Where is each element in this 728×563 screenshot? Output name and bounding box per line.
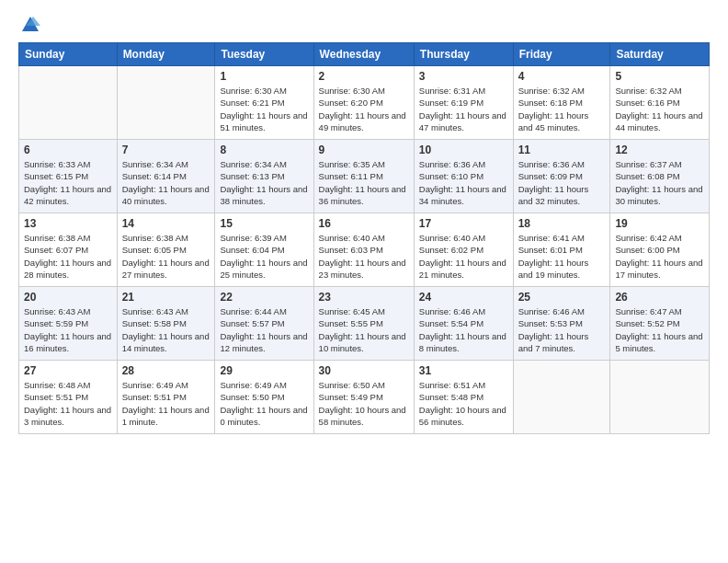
- cell-info: Sunrise: 6:35 AM Sunset: 6:11 PM Dayligh…: [319, 158, 409, 207]
- cell-info: Sunrise: 6:43 AM Sunset: 5:59 PM Dayligh…: [24, 305, 112, 354]
- day-number: 18: [518, 217, 606, 230]
- day-number: 25: [518, 291, 606, 304]
- calendar-cell: 14Sunrise: 6:38 AM Sunset: 6:05 PM Dayli…: [117, 213, 215, 287]
- day-number: 11: [518, 144, 606, 156]
- day-number: 22: [220, 291, 308, 304]
- week-row-3: 13Sunrise: 6:38 AM Sunset: 6:07 PM Dayli…: [19, 213, 710, 287]
- cell-info: Sunrise: 6:44 AM Sunset: 5:57 PM Dayligh…: [220, 305, 308, 354]
- col-header-monday: Monday: [117, 43, 215, 66]
- cell-info: Sunrise: 6:40 AM Sunset: 6:02 PM Dayligh…: [419, 232, 508, 281]
- calendar-cell: 18Sunrise: 6:41 AM Sunset: 6:01 PM Dayli…: [513, 213, 610, 287]
- day-number: 1: [220, 70, 308, 83]
- day-number: 16: [319, 217, 409, 230]
- day-number: 8: [220, 144, 308, 156]
- cell-info: Sunrise: 6:34 AM Sunset: 6:13 PM Dayligh…: [220, 158, 308, 207]
- week-row-2: 6Sunrise: 6:33 AM Sunset: 6:15 PM Daylig…: [19, 140, 710, 213]
- cell-info: Sunrise: 6:34 AM Sunset: 6:14 PM Dayligh…: [122, 158, 210, 207]
- cell-info: Sunrise: 6:45 AM Sunset: 5:55 PM Dayligh…: [319, 305, 409, 354]
- header: [18, 15, 710, 35]
- calendar-cell: 3Sunrise: 6:31 AM Sunset: 6:19 PM Daylig…: [414, 66, 513, 140]
- cell-info: Sunrise: 6:48 AM Sunset: 5:51 PM Dayligh…: [24, 379, 112, 428]
- day-number: 2: [319, 70, 409, 83]
- day-number: 27: [24, 364, 112, 377]
- calendar-cell: 22Sunrise: 6:44 AM Sunset: 5:57 PM Dayli…: [215, 287, 313, 361]
- calendar-cell: 31Sunrise: 6:51 AM Sunset: 5:48 PM Dayli…: [414, 361, 513, 434]
- day-number: 26: [615, 291, 704, 304]
- calendar-cell: 10Sunrise: 6:36 AM Sunset: 6:10 PM Dayli…: [414, 140, 513, 213]
- col-header-sunday: Sunday: [19, 43, 118, 66]
- calendar-cell: 6Sunrise: 6:33 AM Sunset: 6:15 PM Daylig…: [19, 140, 118, 213]
- day-number: 28: [122, 364, 210, 377]
- calendar-cell: [513, 361, 610, 434]
- day-number: 29: [220, 364, 308, 377]
- calendar-cell: 9Sunrise: 6:35 AM Sunset: 6:11 PM Daylig…: [313, 140, 414, 213]
- cell-info: Sunrise: 6:49 AM Sunset: 5:50 PM Dayligh…: [220, 379, 308, 428]
- day-number: 17: [419, 217, 508, 230]
- day-number: 23: [319, 291, 409, 304]
- day-number: 21: [122, 291, 210, 304]
- week-row-4: 20Sunrise: 6:43 AM Sunset: 5:59 PM Dayli…: [19, 287, 710, 361]
- calendar-cell: 19Sunrise: 6:42 AM Sunset: 6:00 PM Dayli…: [610, 213, 710, 287]
- calendar-cell: 27Sunrise: 6:48 AM Sunset: 5:51 PM Dayli…: [19, 361, 118, 434]
- day-number: 7: [122, 144, 210, 156]
- day-number: 14: [122, 217, 210, 230]
- page: SundayMondayTuesdayWednesdayThursdayFrid…: [0, 0, 728, 563]
- col-header-friday: Friday: [513, 43, 610, 66]
- calendar-cell: 17Sunrise: 6:40 AM Sunset: 6:02 PM Dayli…: [414, 213, 513, 287]
- week-row-1: 1Sunrise: 6:30 AM Sunset: 6:21 PM Daylig…: [19, 66, 710, 140]
- header-row: SundayMondayTuesdayWednesdayThursdayFrid…: [19, 43, 710, 66]
- cell-info: Sunrise: 6:43 AM Sunset: 5:58 PM Dayligh…: [122, 305, 210, 354]
- calendar-cell: 23Sunrise: 6:45 AM Sunset: 5:55 PM Dayli…: [313, 287, 414, 361]
- day-number: 31: [419, 364, 508, 377]
- calendar-cell: 2Sunrise: 6:30 AM Sunset: 6:20 PM Daylig…: [313, 66, 414, 140]
- day-number: 9: [319, 144, 409, 156]
- cell-info: Sunrise: 6:46 AM Sunset: 5:53 PM Dayligh…: [518, 305, 606, 354]
- calendar-cell: 20Sunrise: 6:43 AM Sunset: 5:59 PM Dayli…: [19, 287, 118, 361]
- day-number: 20: [24, 291, 112, 304]
- day-number: 4: [518, 70, 606, 83]
- day-number: 3: [419, 70, 508, 83]
- day-number: 30: [319, 364, 409, 377]
- day-number: 6: [24, 144, 112, 156]
- week-row-5: 27Sunrise: 6:48 AM Sunset: 5:51 PM Dayli…: [19, 361, 710, 434]
- calendar-cell: 30Sunrise: 6:50 AM Sunset: 5:49 PM Dayli…: [313, 361, 414, 434]
- col-header-saturday: Saturday: [610, 43, 710, 66]
- calendar-cell: 13Sunrise: 6:38 AM Sunset: 6:07 PM Dayli…: [19, 213, 118, 287]
- cell-info: Sunrise: 6:49 AM Sunset: 5:51 PM Dayligh…: [122, 379, 210, 428]
- calendar-cell: 25Sunrise: 6:46 AM Sunset: 5:53 PM Dayli…: [513, 287, 610, 361]
- logo-icon: [20, 15, 40, 35]
- calendar: SundayMondayTuesdayWednesdayThursdayFrid…: [18, 42, 710, 434]
- cell-info: Sunrise: 6:36 AM Sunset: 6:09 PM Dayligh…: [518, 158, 606, 207]
- cell-info: Sunrise: 6:37 AM Sunset: 6:08 PM Dayligh…: [615, 158, 704, 207]
- col-header-thursday: Thursday: [414, 43, 513, 66]
- cell-info: Sunrise: 6:38 AM Sunset: 6:05 PM Dayligh…: [122, 232, 210, 281]
- calendar-cell: 8Sunrise: 6:34 AM Sunset: 6:13 PM Daylig…: [215, 140, 313, 213]
- calendar-cell: 21Sunrise: 6:43 AM Sunset: 5:58 PM Dayli…: [117, 287, 215, 361]
- calendar-cell: 16Sunrise: 6:40 AM Sunset: 6:03 PM Dayli…: [313, 213, 414, 287]
- calendar-cell: 15Sunrise: 6:39 AM Sunset: 6:04 PM Dayli…: [215, 213, 313, 287]
- logo: [18, 15, 40, 35]
- cell-info: Sunrise: 6:32 AM Sunset: 6:18 PM Dayligh…: [518, 85, 606, 133]
- cell-info: Sunrise: 6:47 AM Sunset: 5:52 PM Dayligh…: [615, 305, 704, 354]
- col-header-wednesday: Wednesday: [313, 43, 414, 66]
- cell-info: Sunrise: 6:41 AM Sunset: 6:01 PM Dayligh…: [518, 232, 606, 281]
- calendar-cell: 5Sunrise: 6:32 AM Sunset: 6:16 PM Daylig…: [610, 66, 710, 140]
- calendar-cell: 24Sunrise: 6:46 AM Sunset: 5:54 PM Dayli…: [414, 287, 513, 361]
- col-header-tuesday: Tuesday: [215, 43, 313, 66]
- cell-info: Sunrise: 6:36 AM Sunset: 6:10 PM Dayligh…: [419, 158, 508, 207]
- cell-info: Sunrise: 6:32 AM Sunset: 6:16 PM Dayligh…: [615, 85, 704, 133]
- cell-info: Sunrise: 6:39 AM Sunset: 6:04 PM Dayligh…: [220, 232, 308, 281]
- calendar-cell: 7Sunrise: 6:34 AM Sunset: 6:14 PM Daylig…: [117, 140, 215, 213]
- cell-info: Sunrise: 6:31 AM Sunset: 6:19 PM Dayligh…: [419, 85, 508, 133]
- day-number: 15: [220, 217, 308, 230]
- cell-info: Sunrise: 6:42 AM Sunset: 6:00 PM Dayligh…: [615, 232, 704, 281]
- cell-info: Sunrise: 6:30 AM Sunset: 6:20 PM Dayligh…: [319, 85, 409, 133]
- calendar-cell: 26Sunrise: 6:47 AM Sunset: 5:52 PM Dayli…: [610, 287, 710, 361]
- calendar-cell: 29Sunrise: 6:49 AM Sunset: 5:50 PM Dayli…: [215, 361, 313, 434]
- calendar-cell: 12Sunrise: 6:37 AM Sunset: 6:08 PM Dayli…: [610, 140, 710, 213]
- day-number: 10: [419, 144, 508, 156]
- calendar-cell: 1Sunrise: 6:30 AM Sunset: 6:21 PM Daylig…: [215, 66, 313, 140]
- cell-info: Sunrise: 6:38 AM Sunset: 6:07 PM Dayligh…: [24, 232, 112, 281]
- cell-info: Sunrise: 6:46 AM Sunset: 5:54 PM Dayligh…: [419, 305, 508, 354]
- cell-info: Sunrise: 6:33 AM Sunset: 6:15 PM Dayligh…: [24, 158, 112, 207]
